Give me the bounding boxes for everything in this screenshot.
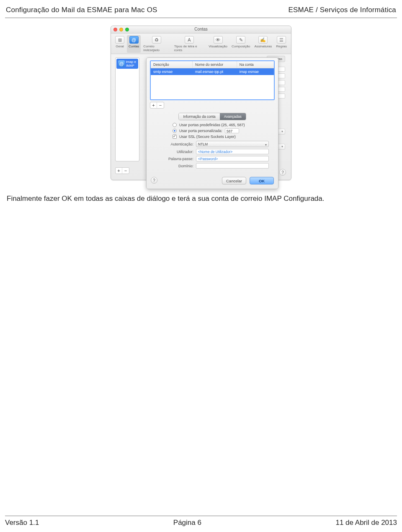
- prefs-toolbar: ⊞ Geral @ Contas ♻ Correio indesejado A …: [111, 34, 291, 54]
- rules-icon: ☰: [277, 36, 286, 44]
- accounts-sidebar: @ imap e IMAP: [115, 57, 139, 161]
- label-user: Utilizador:: [156, 150, 193, 154]
- toolbar-view[interactable]: 👁 Visualização: [207, 35, 229, 53]
- toolbar-label: Composição: [232, 44, 250, 48]
- toolbar-label: Regras: [276, 44, 287, 48]
- toolbar-rules[interactable]: ☰ Regras: [274, 35, 289, 53]
- footer-rule: [5, 516, 397, 516]
- radio-custom-port[interactable]: [173, 129, 177, 133]
- toolbar-label: Visualização: [209, 44, 227, 48]
- caption-text: Finalmente fazer OK em todas as caixas d…: [7, 195, 395, 203]
- list-row-selected[interactable]: smtp esmae mail.esmae-ipp.pt imap esmae: [151, 68, 274, 75]
- at-icon: @: [118, 60, 125, 67]
- smtp-server-list[interactable]: Descrição Nome do servidor Na conta smtp…: [150, 60, 275, 100]
- col-servidor: Nome do servidor: [193, 61, 237, 68]
- input-password[interactable]: <Password>: [196, 156, 269, 161]
- seg-info[interactable]: Informação da conta: [179, 113, 220, 120]
- plus-icon[interactable]: +: [150, 102, 157, 108]
- page-header: Configuração do Mail da ESMAE para Mac O…: [5, 4, 397, 18]
- pencil-icon: ✎: [236, 36, 245, 44]
- cell-account: imap esmae: [237, 68, 274, 75]
- label-domain: Domínio:: [156, 164, 193, 168]
- port-options: Usar portas predefinidas (25, 465, 587) …: [150, 123, 275, 141]
- footer-date: 11 de Abril de 2013: [335, 519, 397, 527]
- account-type: IMAP: [126, 64, 136, 67]
- list-add-remove[interactable]: + −: [150, 102, 164, 109]
- segmented-control[interactable]: Informação da conta Avançadas: [150, 113, 275, 120]
- titlebar: Contas: [111, 26, 291, 34]
- cell-desc: smtp esmae: [151, 68, 193, 75]
- toolbar-label: Geral: [116, 44, 124, 48]
- custom-port-input[interactable]: 587: [225, 128, 239, 133]
- signature-icon: ✍: [258, 36, 268, 44]
- account-name: imap e: [126, 60, 136, 64]
- mac-preferences-window: Contas ⊞ Geral @ Contas ♻ Correio indese…: [111, 26, 291, 180]
- toolbar-junk[interactable]: ♻ Correio indesejado: [142, 35, 171, 53]
- toolbar-fonts[interactable]: A Tipos de letra e cores: [173, 35, 206, 53]
- header-rule: [5, 18, 397, 18]
- list-header: Descrição Nome do servidor Na conta: [151, 61, 274, 68]
- label-custom-port: Usar porta personalizada:: [179, 129, 222, 133]
- header-right: ESMAE / Serviços de Informática: [288, 6, 396, 14]
- gear-icon: ⊞: [115, 36, 124, 44]
- toolbar-compose[interactable]: ✎ Composição: [230, 35, 252, 53]
- label-ssl: Usar SSL (Secure Sockets Layer): [179, 135, 236, 139]
- toolbar-geral[interactable]: ⊞ Geral: [113, 35, 126, 53]
- at-icon: @: [129, 36, 139, 44]
- toolbar-label: Assinaturas: [254, 44, 272, 48]
- input-domain[interactable]: [196, 163, 269, 169]
- ok-button[interactable]: OK: [250, 177, 274, 184]
- col-conta: Na conta: [237, 61, 274, 68]
- select-auth[interactable]: NTLM: [196, 141, 269, 147]
- cancel-button[interactable]: Cancelar: [222, 177, 246, 184]
- sheet-actions: ? Cancelar OK: [147, 174, 278, 189]
- col-descricao: Descrição: [151, 61, 193, 68]
- checkbox-ssl[interactable]: [173, 135, 177, 139]
- page-footer: Versão 1.1 Página 6 11 de Abril de 2013: [5, 519, 397, 527]
- toolbar-label: Contas: [129, 44, 139, 48]
- label-password: Palavra-passe:: [156, 157, 193, 161]
- eye-icon: 👁: [214, 36, 223, 44]
- toolbar-label: Correio indesejado: [143, 44, 170, 52]
- label-auth: Autenticação:: [156, 142, 193, 146]
- footer-page: Página 6: [173, 519, 201, 527]
- recycle-icon: ♻: [152, 36, 161, 44]
- cell-server: mail.esmae-ipp.pt: [193, 68, 237, 75]
- input-user[interactable]: <Nome de Utilizador>: [196, 149, 269, 154]
- window-title: Contas: [111, 27, 291, 31]
- window-body: ançadas @ imap e IMAP: [111, 54, 291, 180]
- sidebar-add-remove[interactable]: + −: [115, 167, 129, 174]
- help-icon[interactable]: ?: [279, 169, 286, 176]
- label-predefined-ports: Usar portas predefinidas (25, 465, 587): [179, 123, 245, 127]
- help-icon[interactable]: ?: [151, 177, 157, 184]
- toolbar-label: Tipos de letra e cores: [174, 44, 204, 52]
- sidebar-account-item[interactable]: @ imap e IMAP: [116, 59, 138, 69]
- plus-icon[interactable]: +: [116, 168, 122, 174]
- toolbar-signatures[interactable]: ✍ Assinaturas: [253, 35, 273, 53]
- header-left: Configuração do Mail da ESMAE para Mac O…: [6, 6, 157, 14]
- seg-avancadas[interactable]: Avançadas: [220, 113, 246, 120]
- minus-icon[interactable]: −: [157, 102, 164, 108]
- radio-predefined-ports[interactable]: [173, 123, 177, 127]
- toolbar-contas[interactable]: @ Contas: [127, 35, 141, 53]
- auth-form: Autenticação: NTLM Utilizador: <Nome de …: [150, 141, 275, 169]
- footer-version: Versão 1.1: [5, 519, 39, 527]
- minus-icon[interactable]: −: [122, 168, 129, 174]
- screenshot-figure: Contas ⊞ Geral @ Contas ♻ Correio indese…: [5, 26, 397, 180]
- font-icon: A: [185, 36, 194, 44]
- smtp-servers-sheet: Descrição Nome do servidor Na conta smtp…: [146, 57, 278, 189]
